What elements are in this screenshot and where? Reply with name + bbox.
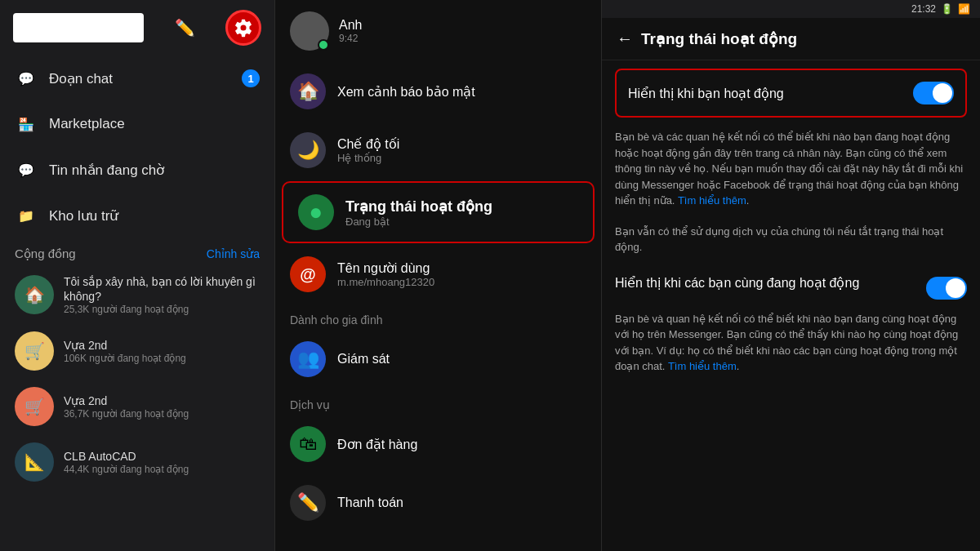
status-time: 21:32 (911, 3, 936, 15)
nav-badge-doan-chat: 1 (242, 69, 260, 87)
learn-more-link-2[interactable]: Tìm hiểu thêm (668, 360, 737, 372)
nav-item-kho-luu[interactable]: 📁 Kho lưu trữ (0, 193, 274, 238)
dark-mode-text: Chế độ tối Hệ thống (337, 136, 399, 164)
nav-label-doan-chat: Đoạn chat (49, 70, 113, 87)
supervision-item[interactable]: 👥 Giám sát (275, 330, 601, 389)
community-name-3: Vựa 2nd (64, 393, 189, 408)
nav-label-tin-nhan: Tin nhắn đang chờ (49, 162, 164, 179)
payment-icon: ✏️ (290, 485, 326, 521)
community-info-1: Tôi sắp xây nhà, bạn có lời khuyên gì kh… (64, 274, 260, 315)
toggle-row-2: Hiển thị khi các bạn cùng đang hoạt động (615, 264, 967, 304)
service-section-label: Dịch vụ (275, 389, 601, 415)
community-name-1: Tôi sắp xây nhà, bạn có lời khuyên gì kh… (64, 274, 260, 304)
nav-item-marketplace[interactable]: 🏪 Marketplace (0, 101, 274, 147)
community-count-3: 36,7K người đang hoạt động (64, 408, 189, 420)
username-item[interactable]: @ Tên người dùng m.me/mhoang12320 (275, 245, 601, 304)
nav-label-marketplace: Marketplace (49, 116, 125, 132)
community-thumb-2: 🛒 (15, 331, 54, 371)
list-item[interactable]: 🏠 Tôi sắp xây nhà, bạn có lời khuyên gì … (0, 266, 274, 323)
dark-mode-sub: Hệ thống (337, 152, 399, 164)
community-thumb-3: 🛒 (15, 387, 54, 426)
mid-profile-info: Anh 9:42 (339, 18, 362, 44)
community-header: Cộng đồng Chỉnh sửa (0, 238, 274, 266)
right-desc-2: Bạn vẫn có thể sử dụng dịch vụ của chúng… (615, 216, 967, 264)
orders-text: Đơn đặt hàng (337, 437, 417, 452)
right-title: Trạng thái hoạt động (641, 29, 797, 48)
dark-mode-icon: 🌙 (290, 132, 326, 168)
signal-icon: 📶 (958, 3, 970, 15)
left-panel: ✏️ 💬 Đoạn chat 1 🏪 Marketplace 💬 Tin nhắ… (0, 0, 275, 551)
status-bar: 21:32 🔋 📶 (602, 0, 980, 18)
profile-name-box (13, 13, 144, 42)
chat-icon: 💬 (15, 67, 38, 90)
toggle-switch-2[interactable] (926, 277, 967, 300)
right-panel: 21:32 🔋 📶 ← Trạng thái hoạt động Hiển th… (602, 0, 980, 551)
active-status-text: Trạng thái hoạt động Đang bật (345, 198, 492, 228)
payment-text: Thanh toán (337, 495, 403, 510)
gear-icon (234, 18, 253, 38)
dark-mode-item[interactable]: 🌙 Chế độ tối Hệ thống (275, 121, 601, 180)
back-button[interactable]: ← (617, 29, 633, 48)
community-name-2: Vựa 2nd (64, 338, 186, 353)
list-item[interactable]: 🛒 Vựa 2nd 106K người đang hoạt động (0, 323, 274, 379)
list-item[interactable]: 📐 CLB AutoCAD 44,4K người đang hoạt động (0, 434, 274, 490)
active-status-title: Trạng thái hoạt động (345, 198, 492, 216)
right-desc-1: Bạn bè và các quan hệ kết nối có thể biế… (615, 122, 967, 216)
community-thumb-4: 📐 (15, 442, 54, 482)
right-desc-3: Bạn bè và quan hệ kết nối có thể biết kh… (615, 304, 967, 381)
dark-mode-title: Chế độ tối (337, 136, 399, 152)
right-header: ← Trạng thái hoạt động (602, 18, 980, 60)
orders-icon: 🛍 (290, 426, 326, 462)
supervision-title: Giám sát (337, 352, 390, 367)
supervision-text: Giám sát (337, 352, 390, 367)
toggle-label-2: Hiển thị khi các bạn cùng đang hoạt động (615, 275, 926, 292)
nav-item-tin-nhan[interactable]: 💬 Tin nhắn đang chờ (0, 147, 274, 193)
list-item[interactable]: 🛒 Vựa 2nd 36,7K người đang hoạt động (0, 379, 274, 434)
username-icon: @ (290, 256, 326, 292)
security-icon: 🏠 (290, 73, 326, 109)
pencil-button[interactable]: ✏️ (175, 18, 195, 38)
orders-item[interactable]: 🛍 Đơn đặt hàng (275, 415, 601, 473)
nav-label-kho-luu: Kho lưu trữ (49, 207, 118, 224)
security-title: Xem cảnh báo bảo mật (337, 84, 475, 100)
mid-profile-time: 9:42 (339, 33, 362, 44)
mid-profile-name: Anh (339, 18, 362, 33)
community-count-2: 106K người đang hoạt động (64, 353, 186, 364)
community-info-4: CLB AutoCAD 44,4K người đang hoạt động (64, 449, 189, 475)
community-name-4: CLB AutoCAD (64, 449, 189, 464)
toggle-switch-1[interactable] (913, 82, 954, 104)
community-thumb-1: 🏠 (15, 275, 54, 314)
community-title: Cộng đồng (15, 247, 76, 261)
community-count-1: 25,3K người đang hoạt động (64, 304, 260, 315)
payment-title: Thanh toán (337, 495, 403, 510)
middle-panel: Anh 9:42 🏠 Xem cảnh báo bảo mật 🌙 Chế độ… (275, 0, 602, 551)
marketplace-icon: 🏪 (15, 113, 38, 136)
security-item[interactable]: 🏠 Xem cảnh báo bảo mật (275, 62, 601, 121)
settings-gear-button[interactable] (225, 10, 261, 46)
active-status-sub: Đang bật (345, 216, 492, 228)
community-count-4: 44,4K người đang hoạt động (64, 464, 189, 475)
username-text: Tên người dùng m.me/mhoang12320 (337, 260, 434, 288)
archive-icon: 📁 (15, 204, 38, 227)
battery-icon: 🔋 (941, 3, 953, 15)
toggle-label-1: Hiển thị khi bạn hoạt động (628, 86, 784, 101)
community-info-2: Vựa 2nd 106K người đang hoạt động (64, 338, 186, 364)
community-edit-button[interactable]: Chỉnh sửa (207, 247, 260, 260)
active-status-icon: ● (298, 194, 334, 230)
pending-icon: 💬 (15, 158, 38, 181)
avatar (290, 11, 329, 51)
nav-item-doan-chat[interactable]: 💬 Đoạn chat 1 (0, 56, 274, 101)
community-info-3: Vựa 2nd 36,7K người đang hoạt động (64, 393, 189, 420)
learn-more-link-1[interactable]: Tìm hiểu thêm (678, 194, 746, 207)
online-indicator (318, 39, 329, 51)
mid-profile-row: Anh 9:42 (275, 0, 601, 62)
username-title: Tên người dùng (337, 260, 434, 276)
family-section-label: Dành cho gia đình (275, 304, 601, 330)
right-body: Hiển thị khi bạn hoạt động Bạn bè và các… (602, 60, 980, 551)
security-text: Xem cảnh báo bảo mật (337, 84, 475, 100)
payment-item[interactable]: ✏️ Thanh toán (275, 473, 601, 532)
active-status-item[interactable]: ● Trạng thái hoạt động Đang bật (282, 181, 595, 243)
toggle-row-1: Hiển thị khi bạn hoạt động (615, 69, 967, 118)
orders-title: Đơn đặt hàng (337, 437, 417, 452)
left-header: ✏️ (0, 0, 274, 56)
